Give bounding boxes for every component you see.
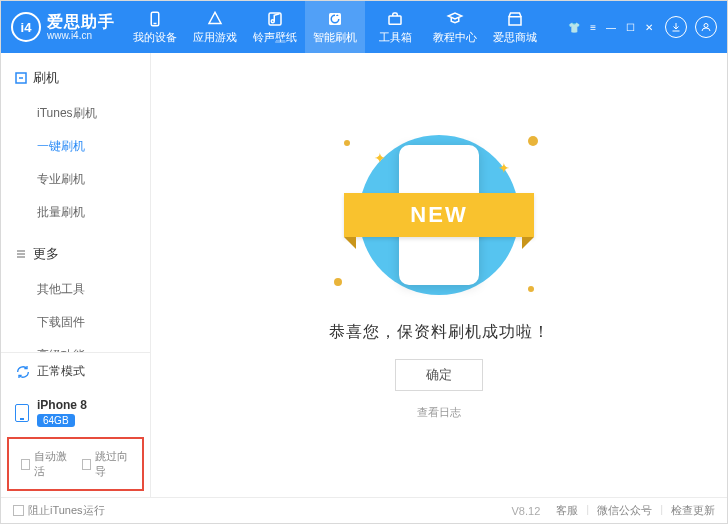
user-icon[interactable]: [695, 16, 717, 38]
nav-label: 工具箱: [379, 30, 412, 45]
store-icon: [506, 10, 524, 28]
sidebar-group-more[interactable]: 更多: [1, 239, 150, 269]
nav-media[interactable]: 铃声壁纸: [245, 1, 305, 53]
nav-label: 铃声壁纸: [253, 30, 297, 45]
sidebar-group-flash[interactable]: 刷机: [1, 63, 150, 93]
main-content: ✦ ✦ NEW 恭喜您，保资料刷机成功啦！ 确定 查看日志: [151, 53, 727, 497]
nav-label: 我的设备: [133, 30, 177, 45]
sidebar-item-itunes-flash[interactable]: iTunes刷机: [1, 97, 150, 130]
success-message: 恭喜您，保资料刷机成功啦！: [329, 322, 550, 343]
app-title: 爱思助手: [47, 13, 115, 31]
sparkle-icon: ✦: [374, 150, 384, 160]
top-nav: 我的设备 应用游戏 铃声壁纸 智能刷机: [125, 1, 545, 53]
apps-icon: [206, 10, 224, 28]
nav-store[interactable]: 爱思商城: [485, 1, 545, 53]
skin-icon[interactable]: 👕: [566, 20, 582, 35]
svg-point-6: [704, 24, 708, 28]
device-mode[interactable]: 正常模式: [1, 353, 150, 390]
status-bar: 阻止iTunes运行 V8.12 客服 | 微信公众号 | 检查更新: [1, 497, 727, 523]
checkbox-icon: [82, 459, 91, 470]
footer-link-support[interactable]: 客服: [556, 503, 578, 518]
nav-flash[interactable]: 智能刷机: [305, 1, 365, 53]
new-ribbon: NEW: [344, 193, 534, 237]
ok-button[interactable]: 确定: [395, 359, 483, 391]
sidebar-item-batch-flash[interactable]: 批量刷机: [1, 196, 150, 229]
download-icon[interactable]: [665, 16, 687, 38]
header-actions: [665, 16, 717, 38]
nav-toolbox[interactable]: 工具箱: [365, 1, 425, 53]
refresh-icon: [326, 10, 344, 28]
checkbox-icon: [21, 459, 30, 470]
app-body: 刷机 iTunes刷机 一键刷机 专业刷机 批量刷机 更多 其他工具 下载固件: [1, 53, 727, 497]
view-log-link[interactable]: 查看日志: [417, 405, 461, 420]
maximize-icon[interactable]: ☐: [624, 20, 637, 35]
svg-rect-5: [389, 16, 401, 24]
version-label: V8.12: [512, 505, 541, 517]
checkbox-label: 自动激活: [34, 449, 69, 479]
phone-icon: [146, 10, 164, 28]
flash-options-highlighted: 自动激活 跳过向导: [7, 437, 144, 491]
success-illustration: ✦ ✦ NEW: [334, 130, 544, 300]
tutorial-icon: [446, 10, 464, 28]
minimize-icon[interactable]: —: [604, 20, 618, 35]
close-icon[interactable]: ✕: [643, 20, 655, 35]
device-info[interactable]: iPhone 8 64GB: [1, 390, 150, 435]
sparkle-icon: ✦: [498, 160, 508, 170]
checkbox-auto-activate[interactable]: 自动激活: [21, 449, 70, 479]
nav-label: 爱思商城: [493, 30, 537, 45]
checkbox-label: 阻止iTunes运行: [28, 503, 105, 518]
collapse-icon: [15, 248, 27, 260]
sidebar-item-pro-flash[interactable]: 专业刷机: [1, 163, 150, 196]
mode-label: 正常模式: [37, 363, 85, 380]
sidebar: 刷机 iTunes刷机 一键刷机 专业刷机 批量刷机 更多 其他工具 下载固件: [1, 53, 151, 497]
nav-tutorial[interactable]: 教程中心: [425, 1, 485, 53]
checkbox-block-itunes[interactable]: 阻止iTunes运行: [13, 503, 105, 518]
footer-link-update[interactable]: 检查更新: [671, 503, 715, 518]
app-header: i4 爱思助手 www.i4.cn 我的设备 应用游戏: [1, 1, 727, 53]
nav-label: 应用游戏: [193, 30, 237, 45]
refresh-icon: [15, 364, 31, 380]
media-icon: [266, 10, 284, 28]
footer-links: 客服 | 微信公众号 | 检查更新: [556, 503, 715, 518]
collapse-icon: [15, 72, 27, 84]
nav-my-device[interactable]: 我的设备: [125, 1, 185, 53]
app-window: i4 爱思助手 www.i4.cn 我的设备 应用游戏: [0, 0, 728, 524]
toolbox-icon: [386, 10, 404, 28]
storage-badge: 64GB: [37, 414, 75, 427]
group-title: 刷机: [33, 69, 59, 87]
sidebar-item-other-tools[interactable]: 其他工具: [1, 273, 150, 306]
device-icon: [15, 404, 29, 422]
checkbox-label: 跳过向导: [95, 449, 130, 479]
group-title: 更多: [33, 245, 59, 263]
logo-icon: i4: [11, 12, 41, 42]
checkbox-icon: [13, 505, 24, 516]
nav-apps[interactable]: 应用游戏: [185, 1, 245, 53]
checkbox-skip-guide[interactable]: 跳过向导: [82, 449, 131, 479]
app-logo[interactable]: i4 爱思助手 www.i4.cn: [11, 12, 115, 42]
device-name: iPhone 8: [37, 398, 87, 412]
nav-label: 智能刷机: [313, 30, 357, 45]
sidebar-item-advanced[interactable]: 高级功能: [1, 339, 150, 352]
sidebar-bottom: 正常模式 iPhone 8 64GB 自动激活: [1, 352, 150, 497]
sidebar-item-oneclick-flash[interactable]: 一键刷机: [1, 130, 150, 163]
footer-link-wechat[interactable]: 微信公众号: [597, 503, 652, 518]
window-controls: 👕 ≡ — ☐ ✕: [566, 20, 655, 35]
sidebar-item-download-firmware[interactable]: 下载固件: [1, 306, 150, 339]
menu-icon[interactable]: ≡: [588, 20, 598, 35]
app-subtitle: www.i4.cn: [47, 30, 115, 41]
nav-label: 教程中心: [433, 30, 477, 45]
